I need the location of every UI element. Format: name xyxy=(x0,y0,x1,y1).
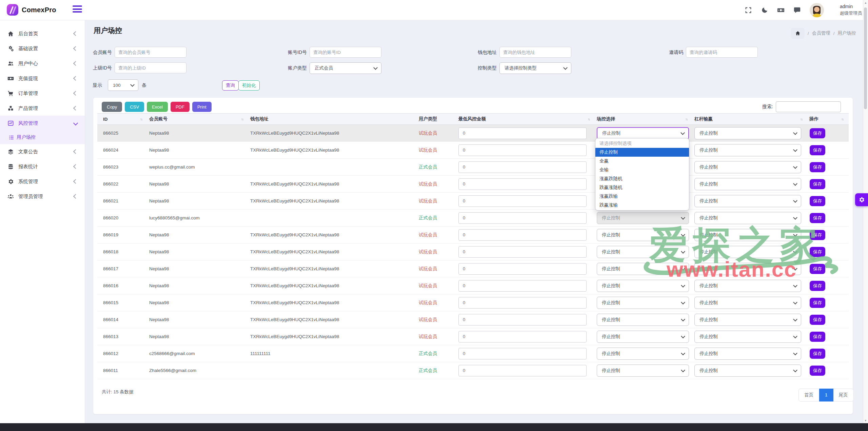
control-select[interactable]: 停止控制 xyxy=(597,365,689,377)
sidebar-item-10[interactable]: 管理员管理 xyxy=(0,189,85,204)
settings-gear-button[interactable] xyxy=(855,193,868,206)
leverage-select[interactable]: 停止控制 xyxy=(694,229,801,241)
dropdown-option-2[interactable]: 全赢 xyxy=(595,157,689,165)
column-header-7[interactable]: 操作↑↓ xyxy=(808,116,849,122)
save-button[interactable]: 保存 xyxy=(810,264,825,274)
invite-code-input[interactable] xyxy=(686,47,758,58)
risk-amount-input[interactable] xyxy=(458,195,587,207)
save-button[interactable]: 保存 xyxy=(810,128,825,138)
sort-icon[interactable]: ↑↓ xyxy=(841,117,843,121)
leverage-select[interactable]: 停止控制 xyxy=(694,263,801,275)
sidebar-item-5[interactable]: 产品管理 xyxy=(0,101,85,116)
risk-amount-input[interactable] xyxy=(458,212,587,224)
save-button[interactable]: 保存 xyxy=(810,162,825,172)
dark-mode-moon-icon[interactable] xyxy=(761,6,768,14)
table-search-input[interactable] xyxy=(776,101,841,112)
leverage-select[interactable]: 停止控制 xyxy=(694,195,801,207)
save-button[interactable]: 保存 xyxy=(810,349,825,359)
sort-icon[interactable]: ↑↓ xyxy=(800,117,802,121)
sort-icon[interactable]: ↑↓ xyxy=(140,117,142,121)
sort-icon[interactable]: ↑↓ xyxy=(685,117,687,121)
risk-amount-input[interactable] xyxy=(458,229,587,241)
control-select[interactable]: 停止控制 xyxy=(597,229,689,241)
breadcrumb-item-member-mgmt[interactable]: 会员管理 xyxy=(812,30,830,36)
leverage-select[interactable]: 停止控制 xyxy=(694,246,801,258)
user-avatar[interactable] xyxy=(810,3,824,17)
dropdown-option-4[interactable]: 涨赢跌随机 xyxy=(595,174,689,183)
reset-button[interactable]: 初始化 xyxy=(238,80,260,91)
pagination-last[interactable]: 尾页 xyxy=(833,389,854,401)
sidebar-toggle-button[interactable] xyxy=(73,5,83,14)
save-button[interactable]: 保存 xyxy=(810,145,825,155)
sidebar-item-9[interactable]: 系统管理 xyxy=(0,174,85,189)
control-select[interactable]: 停止控制 xyxy=(597,246,689,258)
dropdown-option-3[interactable]: 全输 xyxy=(595,165,689,174)
chat-icon[interactable] xyxy=(793,6,801,14)
leverage-select[interactable]: 停止控制 xyxy=(694,348,801,360)
risk-amount-input[interactable] xyxy=(458,348,587,359)
export-print-button[interactable]: Print xyxy=(192,102,212,112)
leverage-select[interactable]: 停止控制 xyxy=(694,127,801,139)
save-button[interactable]: 保存 xyxy=(810,315,825,325)
control-select[interactable]: 停止控制 xyxy=(597,212,689,224)
risk-amount-input[interactable] xyxy=(458,178,587,190)
sidebar-item-0[interactable]: 后台首页 xyxy=(0,26,85,41)
risk-amount-input[interactable] xyxy=(458,263,587,275)
risk-amount-input[interactable] xyxy=(458,161,587,173)
control-select[interactable]: 停止控制 xyxy=(597,331,689,343)
risk-amount-input[interactable] xyxy=(458,144,587,156)
dropdown-option-0[interactable]: 请选择控制选项 xyxy=(595,139,689,148)
dropdown-option-5[interactable]: 跌赢涨随机 xyxy=(595,183,689,192)
scrollbar-down-arrow[interactable]: ▼ xyxy=(864,419,867,422)
leverage-select[interactable]: 停止控制 xyxy=(694,314,801,326)
sidebar-item-2[interactable]: 用户中心 xyxy=(0,56,85,71)
column-header-2[interactable]: 钱包地址 xyxy=(249,116,417,122)
sidebar-subitem-用户场控[interactable]: 用户场控 xyxy=(0,131,85,144)
leverage-select[interactable]: 停止控制 xyxy=(694,280,801,292)
account-type-select[interactable]: 正式会员 xyxy=(310,62,381,74)
dropdown-option-6[interactable]: 涨赢跌输 xyxy=(595,192,689,201)
leverage-select[interactable]: 停止控制 xyxy=(694,178,801,190)
control-select[interactable]: 停止控制 xyxy=(597,314,689,326)
control-select[interactable]: 停止控制 xyxy=(597,127,689,139)
sidebar-item-3[interactable]: 充值提现 xyxy=(0,71,85,86)
column-header-3[interactable]: 用户类型 xyxy=(417,116,457,122)
sidebar-item-7[interactable]: 文章公告 xyxy=(0,144,85,159)
sidebar-item-8[interactable]: 报表统计 xyxy=(0,159,85,174)
sidebar-item-6[interactable]: 风控管理 xyxy=(0,116,85,131)
column-header-1[interactable]: 会员账号↑↓ xyxy=(147,116,249,122)
dropdown-option-1[interactable]: 停止控制 xyxy=(595,148,689,157)
leverage-select[interactable]: 停止控制 xyxy=(694,212,801,224)
pagination-first[interactable]: 首页 xyxy=(798,389,819,401)
risk-amount-input[interactable] xyxy=(458,128,587,139)
user-info[interactable]: admin 超级管理员 xyxy=(840,3,862,16)
save-button[interactable]: 保存 xyxy=(810,247,825,257)
leverage-select[interactable]: 停止控制 xyxy=(694,331,801,343)
query-button[interactable]: 查询 xyxy=(222,80,239,91)
control-type-select[interactable]: 请选择控制类型 xyxy=(499,62,571,74)
scrollbar-thumb[interactable] xyxy=(864,7,867,109)
dropdown-option-7[interactable]: 跌赢涨输 xyxy=(595,201,689,210)
control-select[interactable]: 停止控制 xyxy=(597,297,689,309)
leverage-select[interactable]: 停止控制 xyxy=(694,297,801,309)
control-select[interactable]: 停止控制 xyxy=(597,348,689,360)
risk-amount-input[interactable] xyxy=(458,331,587,342)
export-copy-button[interactable]: Copy xyxy=(102,102,122,112)
account-id-input[interactable] xyxy=(310,47,381,58)
save-button[interactable]: 保存 xyxy=(810,332,825,342)
column-header-4[interactable]: 最低风控金额↑↓ xyxy=(457,116,595,122)
risk-amount-input[interactable] xyxy=(458,280,587,292)
risk-amount-input[interactable] xyxy=(458,365,587,376)
scrollbar-up-arrow[interactable]: ▲ xyxy=(864,1,867,4)
member-account-input[interactable] xyxy=(115,47,186,58)
wallet-input[interactable] xyxy=(499,47,571,58)
parent-id-input[interactable] xyxy=(115,62,186,73)
page-size-select[interactable]: 100 xyxy=(108,79,138,91)
save-button[interactable]: 保存 xyxy=(810,196,825,206)
save-button[interactable]: 保存 xyxy=(810,366,825,376)
page-scrollbar[interactable]: ▲ ▼ xyxy=(863,0,868,423)
save-button[interactable]: 保存 xyxy=(810,230,825,240)
save-button[interactable]: 保存 xyxy=(810,298,825,308)
leverage-select[interactable]: 停止控制 xyxy=(694,365,801,377)
risk-amount-input[interactable] xyxy=(458,246,587,258)
